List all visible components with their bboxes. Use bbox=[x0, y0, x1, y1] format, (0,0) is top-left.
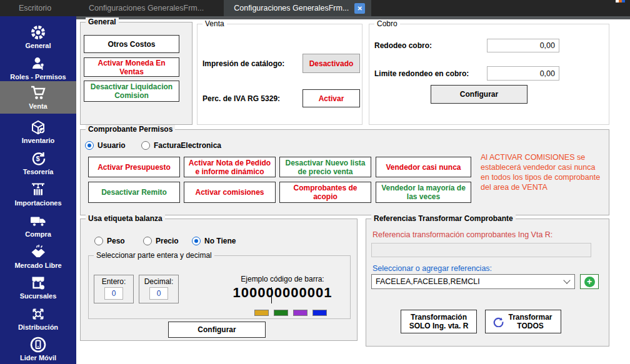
tab-strip: Escritorio Configuraciones GeneralesFrm.… bbox=[0, 0, 630, 16]
sidebar-item-tesoreria[interactable]: $ Tesorería bbox=[0, 147, 76, 179]
sidebar-item-compra[interactable]: Compra bbox=[0, 210, 76, 241]
entero-input[interactable] bbox=[104, 287, 123, 300]
activar-comisiones-button[interactable]: Activar comisiones bbox=[184, 182, 276, 203]
groupbox-referencias-transformar: Referencias Transformar Comprobante Refe… bbox=[366, 219, 609, 347]
radio-label: Precio bbox=[156, 237, 179, 245]
transformacion-solo-button[interactable]: Transformación SOLO Ing. vta. R bbox=[401, 310, 477, 333]
sidebar-item-venta[interactable]: Venta bbox=[0, 81, 76, 114]
activar-moneda-en-ventas-button[interactable]: Activar Moneda En Ventas bbox=[84, 57, 179, 77]
comisiones-info-text: Al ACTIVAR COMISIONES se establecerá ven… bbox=[481, 152, 606, 192]
limite-redondeo-label: Limite redondeo en cobro: bbox=[374, 69, 469, 78]
balanza-configurar-button[interactable]: Configurar bbox=[168, 322, 266, 338]
groupbox-title: General bbox=[86, 17, 119, 26]
vendedor-mayoria-veces-button[interactable]: Vendedor la mayoría de las veces bbox=[376, 182, 471, 203]
cart-icon bbox=[29, 85, 47, 101]
barcode-color-swatch bbox=[293, 310, 308, 316]
groupbox-title: Comprobante Permisos bbox=[86, 125, 175, 134]
barcode-color-swatch bbox=[312, 310, 327, 316]
transformar-todos-button[interactable]: Transformar TODOS bbox=[485, 310, 561, 333]
sidebar-item-label: Tesorería bbox=[23, 168, 54, 175]
chevron-down-icon[interactable] bbox=[563, 277, 570, 283]
barcode-color-swatch bbox=[254, 310, 269, 316]
sidebar-item-label: Roles - Permisos bbox=[10, 73, 66, 81]
sidebar-item-sucursales[interactable]: Sucursales bbox=[0, 272, 76, 303]
desactivado-button[interactable]: Desactivado bbox=[302, 54, 360, 73]
decimal-label: Decimal: bbox=[144, 277, 174, 286]
sidebar-item-lider-movil[interactable]: Lider Móvil bbox=[0, 333, 76, 364]
impresion-catalogo-label: Impresión de catálogo: bbox=[202, 59, 284, 68]
comprobantes-acopio-button[interactable]: Comprobantes de acopio bbox=[279, 182, 371, 203]
limite-redondeo-input[interactable] bbox=[487, 66, 559, 81]
sidebar-item-roles-permisos[interactable]: Roles - Permisos bbox=[0, 52, 76, 84]
box-check-icon bbox=[30, 119, 46, 135]
text-cursor bbox=[271, 287, 272, 303]
groupbox-parte-entera-decimal: Seleccionar parte entera y decimal Enter… bbox=[88, 255, 351, 319]
otros-costos-button[interactable]: Otros Costos bbox=[84, 35, 179, 53]
sidebar-item-label: Inventario bbox=[22, 137, 55, 144]
sidebar-item-label: Importaciones bbox=[14, 199, 61, 207]
radio-label: Peso bbox=[107, 237, 125, 245]
truncated-tray-icon bbox=[616, 0, 625, 2]
desactivar-nuevo-lista-precio-button[interactable]: Desactivar Nuevo lista de precio venta bbox=[279, 157, 371, 177]
truck-icon bbox=[29, 213, 47, 229]
store-icon bbox=[30, 275, 46, 291]
radio-circle-icon bbox=[143, 237, 152, 245]
activar-nota-pedido-button[interactable]: Activar Nota de Pedido e informe dinámic… bbox=[184, 157, 276, 177]
referencias-combobox[interactable]: FACELEA,FACELEB,REMCLI bbox=[371, 274, 575, 289]
sidebar-item-label: Lider Móvil bbox=[20, 354, 56, 362]
desactivar-liquidacion-comision-button[interactable]: Desactivar Liquidacion Comision bbox=[84, 81, 179, 102]
decimal-input[interactable] bbox=[149, 287, 168, 300]
sidebar-item-importaciones[interactable]: Importaciones bbox=[0, 179, 76, 210]
groupbox-general: General Otros Costos Activar Moneda En V… bbox=[80, 22, 192, 125]
perc-iva-label: Perc. de IVA RG 5329: bbox=[202, 94, 280, 103]
radio-circle-icon bbox=[192, 237, 201, 245]
tab-configuraciones-1[interactable]: Configuraciones GeneralesFrm... bbox=[75, 0, 218, 16]
tab-label: Escritorio bbox=[19, 4, 51, 12]
barcode-caption: Ejemplo código de barra: bbox=[217, 275, 348, 283]
radio-usuario[interactable]: Usuario bbox=[85, 141, 126, 150]
close-icon[interactable]: ✕ bbox=[354, 3, 365, 14]
radio-factura-electronica[interactable]: FacturaElectronica bbox=[141, 141, 221, 150]
sidebar-item-label: Mercado Libre bbox=[14, 262, 61, 269]
sidebar-item-general[interactable]: General bbox=[0, 21, 76, 52]
vendedor-casi-nunca-button[interactable]: Vendedor casi nunca bbox=[376, 157, 471, 177]
sidebar-item-distribucion[interactable]: Distribución bbox=[0, 303, 76, 334]
money-cycle-icon: $ bbox=[30, 150, 46, 167]
groupbox-etiqueta-balanza: Usa etiqueta balanza Peso Precio No Tien… bbox=[80, 219, 358, 341]
entero-box: Entero: bbox=[94, 275, 134, 303]
combobox-value: FACELEA,FACELEB,REMCLI bbox=[376, 277, 562, 286]
tab-escritorio[interactable]: Escritorio bbox=[5, 0, 65, 16]
plus-icon: + bbox=[584, 277, 595, 287]
entero-label: Entero: bbox=[102, 277, 126, 286]
radio-peso[interactable]: Peso bbox=[94, 237, 125, 245]
barcode-example: 100000000001 bbox=[214, 285, 351, 301]
referencia-transformacion-label: Referencia transformación comprobantes I… bbox=[372, 230, 552, 239]
handshake-icon bbox=[29, 244, 47, 260]
radio-no-tiene[interactable]: No Tiene bbox=[192, 237, 236, 245]
svg-text:$: $ bbox=[36, 155, 39, 162]
redodeo-cobro-input[interactable] bbox=[487, 39, 559, 52]
groupbox-comprobante-permisos: Comprobante Permisos Usuario FacturaElec… bbox=[80, 129, 609, 215]
mobile-icon bbox=[30, 337, 46, 353]
radio-label: No Tiene bbox=[204, 237, 236, 245]
cobro-configurar-button[interactable]: Configurar bbox=[431, 85, 528, 104]
groupbox-cobro: Cobro Redodeo cobro: Limite redondeo en … bbox=[369, 24, 609, 125]
desactivar-remito-button[interactable]: Desactivar Remito bbox=[88, 182, 180, 203]
tab-configuraciones-2-active[interactable]: Configuraciones GeneralesFrm... ✕ bbox=[224, 0, 371, 16]
barcode-color-swatch bbox=[274, 310, 288, 316]
radio-label: Usuario bbox=[98, 141, 126, 150]
tab-label: Configuraciones GeneralesFrm... bbox=[234, 4, 349, 12]
referencia-readonly-input[interactable] bbox=[371, 243, 591, 257]
radio-precio[interactable]: Precio bbox=[143, 237, 179, 245]
sidebar-item-inventario[interactable]: Inventario bbox=[0, 116, 76, 147]
groupbox-title: Usa etiqueta balanza bbox=[86, 214, 165, 223]
refresh-icon bbox=[493, 317, 504, 327]
sidebar-item-mercado-libre[interactable]: Mercado Libre bbox=[0, 241, 76, 272]
activar-iva-button[interactable]: Activar bbox=[302, 89, 360, 107]
radio-circle-icon bbox=[85, 141, 94, 150]
groupbox-title: Venta bbox=[202, 19, 227, 28]
add-referencia-button[interactable]: + bbox=[580, 274, 599, 289]
activar-presupuesto-button[interactable]: Activar Presupuesto bbox=[88, 157, 180, 177]
sidebar-item-label: General bbox=[26, 42, 51, 49]
radio-circle-icon bbox=[94, 237, 103, 245]
